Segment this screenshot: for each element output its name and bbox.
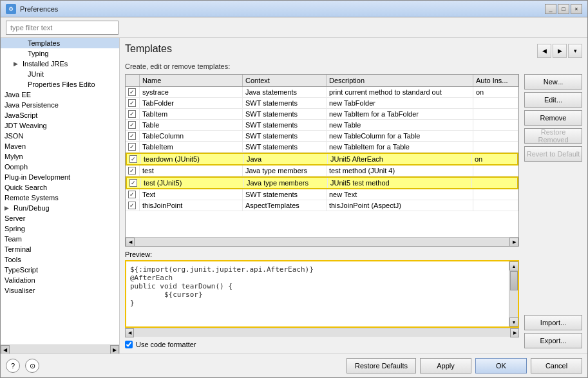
sidebar-item-plugin-dev[interactable]: Plug-in Development bbox=[1, 172, 119, 182]
restore-defaults-button[interactable]: Restore Defaults bbox=[346, 358, 416, 373]
th-name: Name bbox=[140, 75, 243, 86]
sidebar-item-java-ee[interactable]: Java EE bbox=[1, 90, 119, 100]
row-checkbox[interactable] bbox=[128, 132, 136, 140]
nav-dropdown-button[interactable]: ▾ bbox=[568, 44, 582, 58]
row-checkbox[interactable] bbox=[128, 121, 136, 129]
sidebar-item-terminal[interactable]: Terminal bbox=[1, 244, 119, 254]
restore-removed-button[interactable]: Restore Removed bbox=[524, 128, 582, 144]
revert-to-default-button[interactable]: Revert to Default bbox=[524, 146, 582, 162]
table-row[interactable]: TabFolder SWT statements new TabFolder bbox=[126, 98, 518, 109]
sidebar-item-java-persistence-label: Java Persistence bbox=[5, 101, 59, 109]
sidebar-item-mylyn[interactable]: Mylyn bbox=[1, 151, 119, 162]
table-row[interactable]: teardown (JUnit5) Java JUnit5 AfterEach … bbox=[126, 153, 518, 165]
table-row[interactable]: TabItem SWT statements new TabItem for a… bbox=[126, 109, 518, 120]
sidebar-item-tools[interactable]: Tools bbox=[1, 254, 119, 265]
preview-hscroll-right[interactable]: ▶ bbox=[510, 328, 519, 337]
nav-forward-button[interactable]: ▶ bbox=[553, 44, 567, 58]
preview-hscroll-left[interactable]: ◀ bbox=[125, 328, 134, 337]
sidebar-hscroll-left[interactable]: ◀ bbox=[1, 345, 10, 354]
sidebar-item-run-debug-label: Run/Debug bbox=[14, 204, 50, 212]
edit-button[interactable]: Edit... bbox=[524, 92, 582, 108]
preview-vscroll-thumb[interactable] bbox=[510, 271, 518, 290]
minimize-button[interactable]: _ bbox=[545, 4, 556, 14]
sidebar-item-typescript[interactable]: TypeScript bbox=[1, 265, 119, 275]
sidebar-item-visualiser[interactable]: Visualiser bbox=[1, 285, 119, 296]
sidebar-item-javascript-label: JavaScript bbox=[5, 111, 37, 119]
sidebar-item-json[interactable]: JSON bbox=[1, 131, 119, 141]
sidebar-item-templates[interactable]: Templates bbox=[1, 38, 119, 48]
sidebar-item-junit[interactable]: JUnit bbox=[1, 69, 119, 79]
export-button[interactable]: Export... bbox=[524, 333, 582, 348]
sidebar-item-remote-systems[interactable]: Remote Systems bbox=[1, 193, 119, 203]
row-checkbox[interactable] bbox=[128, 88, 136, 96]
table-row[interactable]: Table SWT statements new Table bbox=[126, 120, 518, 131]
row-checkbox[interactable] bbox=[128, 143, 136, 151]
nav-buttons: ◀ ▶ ▾ bbox=[537, 44, 582, 58]
titlebar: ⚙ Preferences _ □ × bbox=[1, 1, 587, 17]
table-row[interactable]: TableColumn SWT statements new TableColu… bbox=[126, 131, 518, 142]
preview-content: ${:import(org.junit.jupiter.api.AfterEac… bbox=[126, 261, 509, 326]
table-row[interactable]: TableItem SWT statements new TableItem f… bbox=[126, 142, 518, 153]
import-button[interactable]: Import... bbox=[524, 315, 582, 330]
table-row[interactable]: thisJoinPoint AspectTemplates thisJoinPo… bbox=[126, 200, 518, 211]
sidebar-item-typing[interactable]: Typing bbox=[1, 48, 119, 59]
help-button[interactable]: ? bbox=[6, 359, 20, 373]
use-code-formatter-checkbox[interactable] bbox=[125, 341, 133, 348]
help-icon-2[interactable]: ⊙ bbox=[25, 359, 39, 373]
table-hscroll-left[interactable]: ◀ bbox=[126, 238, 135, 247]
row-checkbox[interactable] bbox=[129, 155, 137, 163]
close-button[interactable]: × bbox=[571, 4, 582, 14]
new-button[interactable]: New... bbox=[524, 74, 582, 90]
table-row[interactable]: test Java type members test method (JUni… bbox=[126, 165, 518, 176]
sidebar-item-spring[interactable]: Spring bbox=[1, 223, 119, 234]
preview-vscroll-up[interactable]: ▲ bbox=[509, 261, 518, 270]
sidebar-item-json-label: JSON bbox=[5, 132, 23, 140]
sidebar-item-java-persistence[interactable]: Java Persistence bbox=[1, 100, 119, 110]
table-row[interactable]: test (JUnit5) Java type members JUnit5 t… bbox=[126, 176, 518, 189]
table-hscroll-right[interactable]: ▶ bbox=[509, 238, 518, 247]
td-check bbox=[126, 109, 140, 119]
sidebar-item-validation[interactable]: Validation bbox=[1, 275, 119, 285]
sidebar-item-installed-jres[interactable]: ▶ Installed JREs bbox=[1, 59, 119, 69]
sidebar-item-jdt-weaving[interactable]: JDT Weaving bbox=[1, 120, 119, 131]
td-autoins bbox=[472, 178, 517, 188]
td-check bbox=[127, 178, 141, 188]
cancel-button[interactable]: Cancel bbox=[531, 358, 582, 373]
row-checkbox[interactable] bbox=[128, 191, 136, 198]
td-context: SWT statements bbox=[243, 131, 327, 141]
nav-back-button[interactable]: ◀ bbox=[537, 44, 551, 58]
td-name: test (JUnit5) bbox=[141, 178, 244, 188]
preview-vscroll-down[interactable]: ▼ bbox=[509, 317, 518, 326]
sidebar-hscroll-right[interactable]: ▶ bbox=[110, 345, 119, 354]
maximize-button[interactable]: □ bbox=[558, 4, 569, 14]
sidebar-item-quick-search[interactable]: Quick Search bbox=[1, 182, 119, 193]
row-checkbox[interactable] bbox=[128, 202, 136, 209]
row-checkbox[interactable] bbox=[128, 167, 136, 175]
apply-button[interactable]: Apply bbox=[420, 358, 471, 373]
sidebar-item-server[interactable]: Server bbox=[1, 213, 119, 223]
th-context: Context bbox=[243, 75, 327, 86]
td-name: TableItem bbox=[140, 142, 243, 152]
sidebar-item-run-debug[interactable]: ▶ Run/Debug bbox=[1, 203, 119, 213]
td-autoins: on bbox=[473, 87, 518, 97]
row-checkbox[interactable] bbox=[128, 99, 136, 107]
row-checkbox[interactable] bbox=[128, 110, 136, 118]
sidebar-item-junit-label: JUnit bbox=[28, 70, 44, 78]
td-name: Table bbox=[140, 120, 243, 130]
remove-button[interactable]: Remove bbox=[524, 110, 582, 126]
ok-button[interactable]: OK bbox=[475, 358, 527, 373]
window-controls: _ □ × bbox=[545, 4, 582, 14]
td-check bbox=[126, 200, 140, 211]
sidebar-item-team[interactable]: Team bbox=[1, 234, 119, 244]
row-checkbox[interactable] bbox=[129, 179, 137, 187]
td-check bbox=[126, 165, 140, 176]
sidebar-item-maven[interactable]: Maven bbox=[1, 141, 119, 151]
table-row[interactable]: systrace Java statements print current m… bbox=[126, 87, 518, 98]
sidebar-item-oomph[interactable]: Oomph bbox=[1, 162, 119, 172]
filter-input[interactable] bbox=[6, 21, 119, 35]
sidebar-item-javascript[interactable]: JavaScript bbox=[1, 110, 119, 120]
sidebar-item-properties[interactable]: Properties Files Edito bbox=[1, 79, 119, 90]
td-autoins bbox=[473, 120, 518, 130]
table-row[interactable]: Text SWT statements new Text bbox=[126, 189, 518, 200]
preview-hscroll-track bbox=[134, 329, 510, 337]
